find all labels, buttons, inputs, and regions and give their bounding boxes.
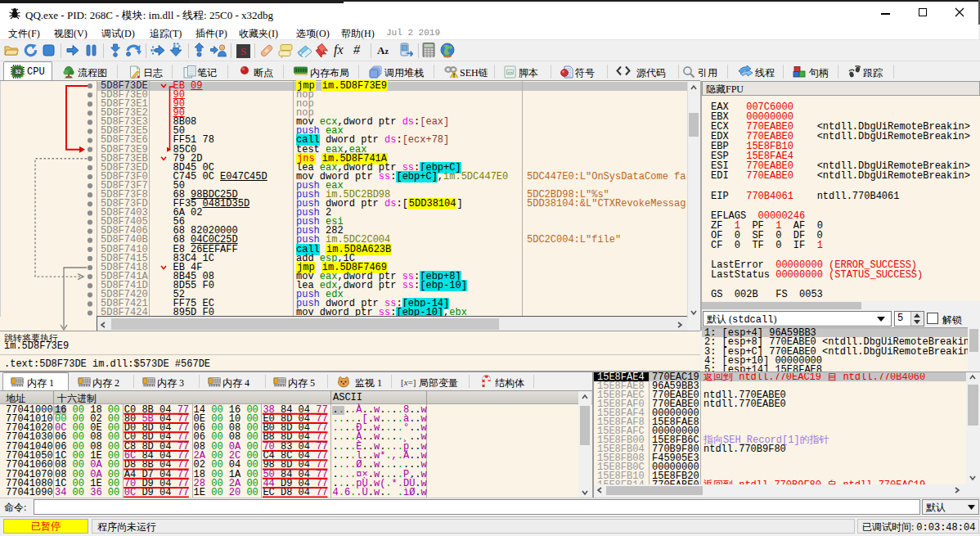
svg-text:<>: <> bbox=[507, 70, 514, 75]
svg-text:32: 32 bbox=[15, 69, 21, 75]
